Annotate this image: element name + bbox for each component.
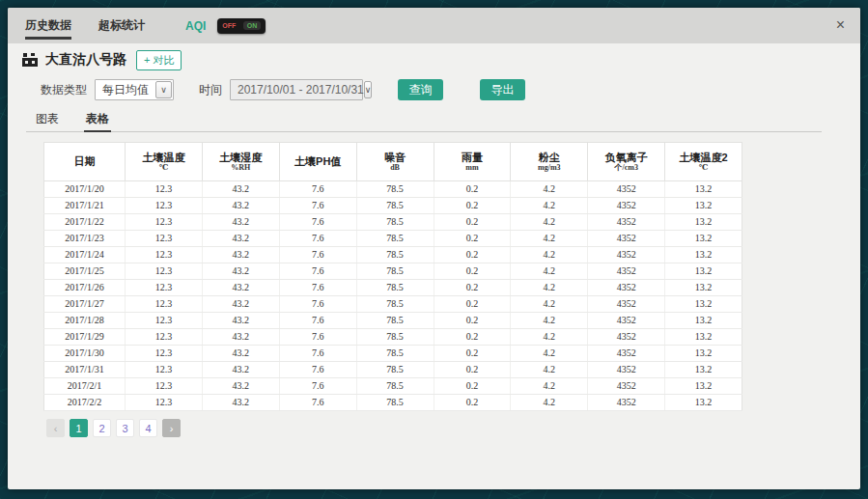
close-icon[interactable]: ×: [836, 16, 845, 34]
table-cell: 4352: [588, 198, 665, 214]
table-cell: 4352: [588, 247, 665, 263]
table-row: 2017/1/2312.343.27.678.50.24.2435213.2: [44, 231, 742, 247]
station-building-icon: [21, 52, 39, 68]
data-table: 日期土壤温度℃土壤湿度%RH土壤PH值噪音dB雨量mm粉尘mg/m3负氧离子个/…: [43, 142, 742, 411]
pagination-page-3[interactable]: 3: [116, 419, 134, 437]
table-cell: 2017/2/2: [44, 395, 126, 411]
table-cell: 2017/1/27: [44, 296, 126, 313]
pagination-next-button[interactable]: ›: [162, 419, 181, 437]
table-cell: 43.2: [202, 198, 279, 214]
table-cell: 7.6: [279, 263, 356, 280]
table-cell: 13.2: [665, 181, 742, 198]
table-cell: 7.6: [279, 296, 356, 313]
table-cell: 7.6: [279, 181, 356, 198]
table-cell: 0.2: [434, 296, 511, 313]
pagination-page-1[interactable]: 1: [70, 419, 88, 437]
aqi-toggle[interactable]: OFF ON: [217, 18, 266, 34]
table-cell: 12.3: [126, 395, 203, 411]
table-cell: 78.5: [356, 329, 434, 346]
table-cell: 13.2: [665, 198, 742, 214]
table-cell: 43.2: [202, 362, 279, 378]
chevron-down-icon: ∨: [155, 81, 172, 98]
table-cell: 4.2: [511, 181, 588, 198]
time-range-select[interactable]: 2017/10/01 - 2017/10/31 ∨: [230, 79, 363, 100]
table-row: 2017/1/2712.343.27.678.50.24.2435213.2: [44, 296, 742, 313]
table-cell: 0.2: [434, 346, 511, 362]
table-cell: 4.2: [511, 329, 588, 346]
table-cell: 43.2: [202, 395, 279, 411]
table-cell: 0.2: [434, 181, 511, 198]
table-cell: 0.2: [434, 198, 511, 214]
column-header: 粉尘mg/m3: [511, 143, 588, 181]
table-cell: 78.5: [356, 247, 434, 263]
data-type-value: 每日均值: [96, 82, 149, 98]
filter-row: 数据类型 每日均值 ∨ 时间 2017/10/01 - 2017/10/31 ∨…: [41, 78, 860, 101]
table-cell: 13.2: [665, 263, 742, 280]
table-cell: 2017/1/21: [44, 198, 126, 214]
compare-button[interactable]: + 对比: [136, 50, 182, 70]
table-cell: 78.5: [356, 378, 434, 395]
table-cell: 4.2: [511, 280, 588, 296]
table-cell: 2017/1/28: [44, 313, 126, 329]
table-cell: 4.2: [511, 214, 588, 231]
pagination: ‹1234›: [46, 419, 860, 437]
table-cell: 0.2: [434, 362, 511, 378]
table-row: 2017/1/2512.343.27.678.50.24.2435213.2: [44, 263, 742, 280]
toggle-on-label: ON: [243, 21, 262, 30]
table-cell: 4.2: [511, 378, 588, 395]
table-cell: 0.2: [434, 280, 511, 296]
table-cell: 43.2: [202, 378, 279, 395]
table-cell: 13.2: [665, 214, 742, 231]
table-cell: 4352: [588, 395, 665, 411]
table-cell: 78.5: [356, 395, 434, 411]
table-cell: 13.2: [665, 296, 742, 313]
tab-history-data-label: 历史数据: [25, 17, 71, 34]
pagination-prev-button[interactable]: ‹: [46, 419, 65, 437]
tab-exceedance-stats[interactable]: 超标统计: [98, 8, 145, 43]
table-cell: 78.5: [356, 362, 434, 378]
table-cell: 78.5: [356, 280, 434, 296]
table-cell: 0.2: [434, 263, 511, 280]
pagination-page-2[interactable]: 2: [93, 419, 111, 437]
table-cell: 43.2: [202, 263, 279, 280]
table-cell: 78.5: [356, 181, 434, 198]
export-button[interactable]: 导出: [480, 79, 525, 100]
query-button[interactable]: 查询: [398, 79, 443, 100]
table-cell: 7.6: [279, 231, 356, 247]
history-data-panel: 历史数据 超标统计 AQI OFF ON × 大直沽八号路 + 对比 数据类型 …: [8, 8, 860, 489]
table-cell: 7.6: [279, 214, 356, 231]
table-cell: 4352: [588, 280, 665, 296]
table-cell: 2017/1/26: [44, 280, 126, 296]
table-cell: 7.6: [279, 329, 356, 346]
tab-exceedance-stats-label: 超标统计: [98, 17, 145, 34]
table-cell: 13.2: [665, 247, 742, 263]
tab-table[interactable]: 表格: [84, 111, 111, 131]
table-cell: 12.3: [126, 378, 203, 395]
table-row: 2017/1/2912.343.27.678.50.24.2435213.2: [44, 329, 742, 346]
tab-history-data[interactable]: 历史数据: [25, 8, 71, 43]
pagination-page-4[interactable]: 4: [139, 419, 157, 437]
table-cell: 2017/1/22: [44, 214, 126, 231]
table-cell: 12.3: [126, 263, 203, 280]
table-cell: 43.2: [202, 296, 279, 313]
table-row: 2017/1/3112.343.27.678.50.24.2435213.2: [44, 362, 742, 378]
table-cell: 4.2: [511, 362, 588, 378]
table-cell: 0.2: [434, 378, 511, 395]
table-cell: 13.2: [665, 280, 742, 296]
data-type-select[interactable]: 每日均值 ∨: [95, 79, 174, 100]
table-cell: 12.3: [126, 313, 203, 329]
table-row: 2017/1/2012.343.27.678.50.24.2435213.2: [44, 181, 742, 198]
table-cell: 4352: [588, 346, 665, 362]
tab-chart[interactable]: 图表: [34, 111, 61, 131]
table-cell: 2017/1/25: [44, 263, 126, 280]
table-cell: 4.2: [511, 263, 588, 280]
table-cell: 13.2: [665, 395, 742, 411]
column-header: 土壤PH值: [279, 143, 356, 181]
table-cell: 4.2: [511, 296, 588, 313]
table-cell: 0.2: [434, 329, 511, 346]
table-cell: 2017/1/20: [44, 181, 126, 198]
table-cell: 12.3: [126, 198, 203, 214]
table-cell: 4.2: [511, 313, 588, 329]
table-cell: 13.2: [665, 329, 742, 346]
table-cell: 0.2: [434, 231, 511, 247]
